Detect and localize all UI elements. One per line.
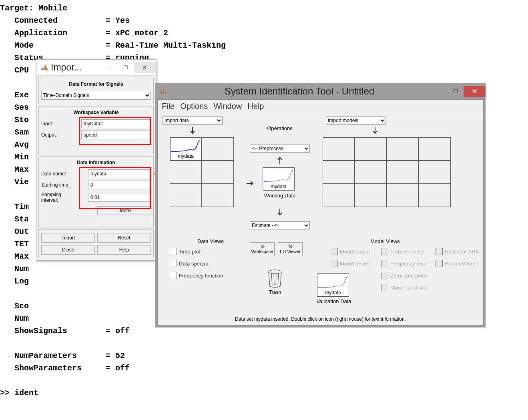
trash-label: Trash: [267, 289, 283, 295]
validation-data-box[interactable]: mydata: [317, 273, 349, 297]
model-slot-empty[interactable]: [323, 137, 355, 161]
model-slot-empty[interactable]: [387, 184, 419, 207]
to-workspace-button[interactable]: To Workspace: [250, 242, 275, 256]
data-name-field[interactable]: [88, 169, 151, 178]
menu-window[interactable]: Window: [213, 102, 242, 111]
reset-button[interactable]: Reset: [97, 233, 151, 243]
frequency-function-check[interactable]: Frequency function: [170, 272, 223, 279]
starting-time-field[interactable]: [88, 181, 151, 189]
close-button[interactable]: ✕: [134, 62, 156, 73]
time-plot-check[interactable]: Time plot: [170, 248, 223, 255]
output-field[interactable]: [81, 131, 151, 139]
model-slot-empty[interactable]: [355, 137, 387, 161]
minimize-button[interactable]: —: [432, 86, 448, 97]
data-format-select[interactable]: Time-Domain Signals: [41, 91, 151, 100]
sit-titlebar[interactable]: System Identification Tool - Untitled — …: [155, 83, 486, 99]
minimize-button[interactable]: —: [102, 62, 118, 73]
import-dialog-titlebar[interactable]: Impor... — ☐ ✕: [36, 60, 156, 76]
sampling-interval-field[interactable]: [88, 193, 151, 202]
data-slot-empty[interactable]: [202, 184, 234, 207]
estimate-select[interactable]: Estimate -->: [250, 221, 310, 229]
data-spectra-label: Data spectra: [179, 261, 209, 267]
data-name-label: Data name:: [41, 171, 73, 177]
data-slot-empty[interactable]: [170, 184, 202, 207]
data-slot-empty[interactable]: [170, 161, 202, 184]
data-slot-empty[interactable]: [202, 137, 234, 161]
model-slot-empty[interactable]: [323, 184, 355, 207]
data-format-title: Data Format for Signals: [41, 81, 151, 87]
to-lti-viewer-button[interactable]: To LTI Viewer: [278, 242, 303, 256]
working-data-box[interactable]: mydata: [263, 167, 295, 191]
data-information-title: Data Information: [41, 160, 151, 165]
frequency-resp-label: Frequency resp: [390, 261, 426, 267]
arrow-down-icon: [190, 127, 195, 135]
nonlinear-arx-check: Nonlinear ARX: [436, 248, 479, 255]
output-label: Output:: [41, 132, 81, 138]
svg-line-4: [276, 273, 276, 285]
svg-line-5: [278, 273, 279, 285]
model-resids-label: Model resids: [340, 261, 369, 267]
data-slot-mydata[interactable]: mydata: [170, 137, 202, 161]
preprocess-select[interactable]: <-- Preprocess: [250, 145, 310, 153]
model-slot-empty[interactable]: [419, 161, 451, 184]
data-information-section: Data Information Data name: Starting tim…: [38, 156, 154, 227]
model-slot-empty[interactable]: [387, 137, 419, 161]
maximize-button[interactable]: ☐: [448, 86, 464, 97]
frequency-resp-check: Frequency resp: [381, 260, 428, 267]
maximize-button[interactable]: ☐: [118, 62, 134, 73]
sit-title: System Identification Tool - Untitled: [167, 86, 432, 97]
arrow-right-icon: [247, 181, 255, 186]
model-slot-empty[interactable]: [419, 184, 451, 207]
validation-data-label: mydata: [317, 290, 349, 295]
model-boards-grid: [323, 137, 451, 207]
model-slot-empty[interactable]: [387, 161, 419, 184]
model-slot-empty[interactable]: [419, 137, 451, 161]
zeros-poles-label: Zeros and poles: [390, 273, 428, 279]
operations-label: Operations: [260, 125, 300, 131]
model-slot-empty[interactable]: [355, 161, 387, 184]
import-models-select[interactable]: Import models: [326, 117, 386, 125]
frequency-function-label: Frequency function: [179, 273, 223, 279]
status-line: Data set mydata inserted. Double click o…: [158, 316, 483, 322]
menu-help[interactable]: Help: [247, 102, 264, 111]
svg-line-2: [271, 273, 272, 285]
menu-file[interactable]: File: [162, 102, 175, 111]
data-format-section: Data Format for Signals Time-Domain Sign…: [38, 78, 154, 104]
workspace-variable-section: Workspace Variable Input: Output:: [38, 106, 154, 154]
import-button[interactable]: Import: [41, 233, 95, 243]
import-data-dialog: Impor... — ☐ ✕ Data Format for Signals T…: [36, 59, 156, 261]
model-views-label: Model Views: [357, 238, 413, 244]
time-plot-label: Time plot: [179, 249, 200, 255]
arrow-up-icon: [277, 156, 283, 164]
data-views-label: Data Views: [191, 238, 231, 244]
close-button[interactable]: ✕: [464, 86, 486, 97]
transient-resp-label: Transient resp: [390, 249, 424, 255]
import-data-select[interactable]: Import data: [163, 117, 223, 125]
working-data-label: mydata: [263, 184, 294, 189]
model-resids-check: Model resids: [331, 260, 370, 267]
import-dialog-buttons: Import Reset Close Help: [38, 229, 154, 258]
data-spectra-check[interactable]: Data spectra: [170, 260, 223, 267]
help-button[interactable]: Help: [97, 245, 151, 255]
noise-spectrum-label: Noise spectrum: [390, 285, 426, 291]
data-slot-label: mydata: [171, 153, 201, 159]
menu-options[interactable]: Options: [180, 102, 208, 111]
matlab-icon: [159, 87, 167, 96]
model-slot-empty[interactable]: [323, 161, 355, 184]
data-slot-empty[interactable]: [202, 161, 234, 184]
workspace-variable-title: Workspace Variable: [41, 110, 151, 115]
svg-point-1: [269, 270, 281, 274]
system-identification-window: System Identification Tool - Untitled — …: [155, 83, 486, 328]
sit-menubar: File Options Window Help: [158, 100, 483, 113]
hamm-wiener-label: Hamm-Wiener: [445, 261, 478, 267]
trash-icon[interactable]: Trash: [267, 269, 283, 295]
close-dialog-button[interactable]: Close: [41, 245, 95, 255]
validation-data-caption: Validation Data: [314, 298, 354, 304]
model-slot-empty[interactable]: [355, 184, 387, 207]
transient-resp-check: Transient resp: [381, 248, 428, 255]
arrow-down-icon: [277, 209, 283, 217]
input-field[interactable]: [81, 119, 151, 128]
more-button[interactable]: More: [97, 206, 153, 215]
svg-line-3: [274, 273, 274, 285]
zeros-poles-check: Zeros and poles: [381, 272, 428, 279]
